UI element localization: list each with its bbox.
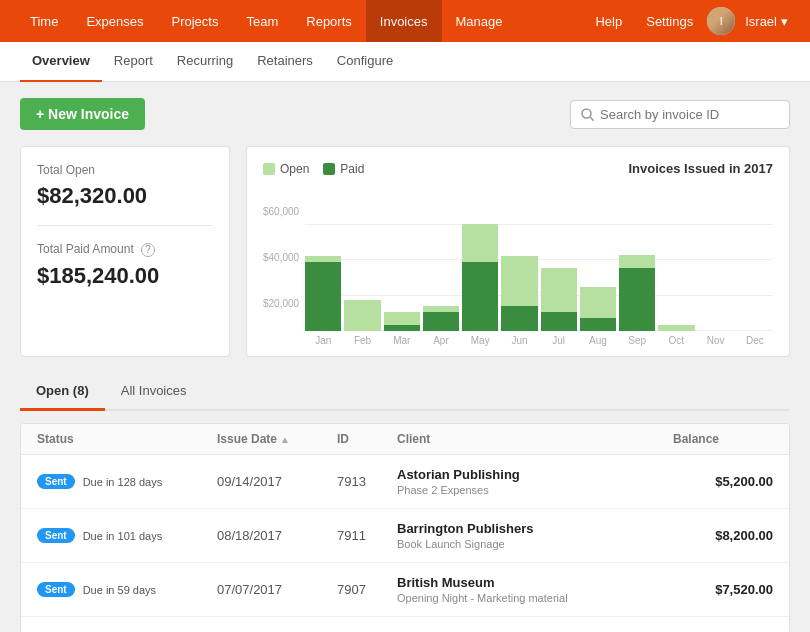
subnav-report[interactable]: Report bbox=[102, 42, 165, 82]
bar-jul-paid bbox=[541, 312, 577, 331]
tabs-row: Open (8) All Invoices bbox=[20, 373, 790, 411]
grid-line-top bbox=[305, 224, 773, 225]
client-2: Barrington Publishers Book Launch Signag… bbox=[397, 521, 673, 550]
nav-reports[interactable]: Reports bbox=[292, 0, 366, 42]
bar-jan-paid bbox=[305, 262, 341, 331]
grid-line-mid1 bbox=[305, 259, 773, 260]
x-oct: Oct bbox=[658, 335, 694, 346]
top-nav: Time Expenses Projects Team Reports Invo… bbox=[0, 0, 810, 42]
tab-open[interactable]: Open (8) bbox=[20, 373, 105, 411]
x-mar: Mar bbox=[384, 335, 420, 346]
bar-apr-paid bbox=[423, 312, 459, 331]
nav-expenses[interactable]: Expenses bbox=[72, 0, 157, 42]
x-apr: Apr bbox=[423, 335, 459, 346]
subnav-configure[interactable]: Configure bbox=[325, 42, 405, 82]
status-cell-3: Sent Due in 59 days bbox=[37, 582, 217, 597]
legend-paid-dot bbox=[323, 163, 335, 175]
tab-all-invoices[interactable]: All Invoices bbox=[105, 373, 203, 411]
bar-jan bbox=[305, 256, 341, 331]
search-box bbox=[570, 100, 790, 129]
badge-sent-2: Sent bbox=[37, 528, 75, 543]
legend-open-dot bbox=[263, 163, 275, 175]
table-header: Status Issue Date ▲ ID Client Balance bbox=[21, 424, 789, 455]
bar-jul-open bbox=[541, 268, 577, 312]
due-label-3: Due in 59 days bbox=[83, 584, 156, 596]
bar-mar-paid bbox=[384, 325, 420, 331]
chart-legend: Open Paid bbox=[263, 162, 364, 176]
x-nov: Nov bbox=[698, 335, 734, 346]
total-open-card: Total Open $82,320.00 bbox=[37, 163, 213, 209]
bar-oct-open bbox=[658, 325, 694, 331]
client-name-1: Astorian Publishing bbox=[397, 467, 673, 482]
chart-area: $60,000 $40,000 $20,000 bbox=[263, 186, 773, 346]
bar-sep-open bbox=[619, 255, 655, 268]
user-chevron-icon: ▾ bbox=[781, 14, 788, 29]
table-row[interactable]: Sent Due in 53 days 07/01/2017 7908 Barr… bbox=[21, 617, 789, 632]
bars-row bbox=[305, 224, 773, 331]
subnav-retainers[interactable]: Retainers bbox=[245, 42, 325, 82]
x-sep: Sep bbox=[619, 335, 655, 346]
bar-jun-paid bbox=[501, 306, 537, 331]
table-row[interactable]: Sent Due in 59 days 07/07/2017 7907 Brit… bbox=[21, 563, 789, 617]
total-paid-card: Total Paid Amount ? $185,240.00 bbox=[37, 242, 213, 289]
bar-apr bbox=[423, 306, 459, 331]
help-icon[interactable]: ? bbox=[141, 243, 155, 257]
chart-header: Open Paid Invoices Issued in 2017 bbox=[263, 161, 773, 176]
x-jan: Jan bbox=[305, 335, 341, 346]
nav-team[interactable]: Team bbox=[232, 0, 292, 42]
nav-settings[interactable]: Settings bbox=[636, 0, 703, 42]
badge-sent-1: Sent bbox=[37, 474, 75, 489]
y-label-20k: $20,000 bbox=[263, 298, 299, 309]
client-desc-1: Phase 2 Expenses bbox=[397, 484, 673, 496]
user-avatar: I bbox=[707, 7, 735, 35]
due-label-2: Due in 101 days bbox=[83, 530, 163, 542]
nav-left: Time Expenses Projects Team Reports Invo… bbox=[16, 0, 516, 42]
user-name: Israel bbox=[745, 14, 777, 29]
client-3: British Museum Opening Night - Marketing… bbox=[397, 575, 673, 604]
th-client: Client bbox=[397, 432, 673, 446]
table-row[interactable]: Sent Due in 128 days 09/14/2017 7913 Ast… bbox=[21, 455, 789, 509]
balance-1: $5,200.00 bbox=[673, 474, 773, 489]
bar-feb bbox=[344, 300, 380, 331]
total-paid-value: $185,240.00 bbox=[37, 263, 213, 289]
y-label-60k: $60,000 bbox=[263, 206, 299, 217]
y-label-40k: $40,000 bbox=[263, 252, 299, 263]
nav-time[interactable]: Time bbox=[16, 0, 72, 42]
bar-aug-paid bbox=[580, 318, 616, 331]
balance-2: $8,200.00 bbox=[673, 528, 773, 543]
table-row[interactable]: Sent Due in 101 days 08/18/2017 7911 Bar… bbox=[21, 509, 789, 563]
subnav-overview[interactable]: Overview bbox=[20, 42, 102, 82]
total-paid-label: Total Paid Amount ? bbox=[37, 242, 213, 257]
bar-sep bbox=[619, 255, 655, 331]
nav-manage[interactable]: Manage bbox=[442, 0, 517, 42]
nav-invoices[interactable]: Invoices bbox=[366, 0, 442, 42]
bar-jul bbox=[541, 268, 577, 331]
invoice-table: Status Issue Date ▲ ID Client Balance Se… bbox=[20, 423, 790, 632]
bar-jun bbox=[501, 256, 537, 331]
new-invoice-button[interactable]: + New Invoice bbox=[20, 98, 145, 130]
grid-line-mid2 bbox=[305, 295, 773, 296]
sub-nav: Overview Report Recurring Retainers Conf… bbox=[0, 42, 810, 82]
search-icon bbox=[581, 108, 594, 121]
id-3: 7907 bbox=[337, 582, 397, 597]
legend-paid: Paid bbox=[323, 162, 364, 176]
bar-may-open bbox=[462, 224, 498, 262]
client-desc-3: Opening Night - Marketing material bbox=[397, 592, 673, 604]
th-issue-date[interactable]: Issue Date ▲ bbox=[217, 432, 337, 446]
total-open-value: $82,320.00 bbox=[37, 183, 213, 209]
date-1: 09/14/2017 bbox=[217, 474, 337, 489]
subnav-recurring[interactable]: Recurring bbox=[165, 42, 245, 82]
chart-title: Invoices Issued in 2017 bbox=[628, 161, 773, 176]
search-input[interactable] bbox=[600, 107, 779, 122]
balance-3: $7,520.00 bbox=[673, 582, 773, 597]
bars-and-labels: Jan Feb Mar Apr May Jun Jul Aug Sep Oct … bbox=[305, 224, 773, 346]
summary-cards: Total Open $82,320.00 Total Paid Amount … bbox=[20, 146, 230, 357]
user-menu[interactable]: Israel ▾ bbox=[739, 14, 794, 29]
x-feb: Feb bbox=[344, 335, 380, 346]
nav-projects[interactable]: Projects bbox=[158, 0, 233, 42]
x-jul: Jul bbox=[541, 335, 577, 346]
x-aug: Aug bbox=[580, 335, 616, 346]
nav-help[interactable]: Help bbox=[585, 0, 632, 42]
y-axis: $60,000 $40,000 $20,000 bbox=[263, 206, 299, 346]
toolbar: + New Invoice bbox=[20, 98, 790, 130]
